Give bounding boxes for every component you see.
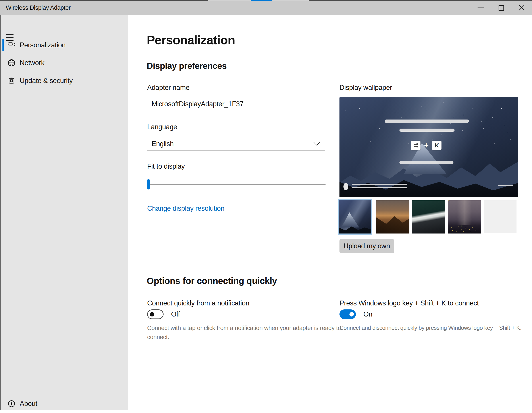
overlay-text-line	[498, 185, 513, 186]
windows-key	[411, 141, 420, 150]
sidebar-item-update-security[interactable]: Update & security	[1, 74, 128, 88]
shortcut-toggle-label: Press Windows logo key + Shift + K to co…	[340, 299, 479, 307]
adapter-name-label: Adapter name	[147, 84, 190, 92]
sidebar-item-about[interactable]: About	[1, 397, 128, 411]
wallpaper-thumbnail-starry-mountain-selected[interactable]	[338, 199, 372, 235]
options-heading: Options for connecting quickly	[147, 276, 277, 286]
notification-toggle-state: Off	[171, 309, 180, 319]
k-key-label: K	[435, 142, 439, 149]
shortcut-toggle-description: Connect and disconnect quickly by pressi…	[340, 324, 521, 332]
maximize-icon	[499, 5, 504, 11]
upload-my-own-button[interactable]: Upload my own	[340, 239, 394, 253]
display-preferences-heading: Display preferences	[147, 61, 227, 71]
main-content: Personalization Display preferences Adap…	[128, 15, 532, 410]
sidebar: Personalization Network Update & securit…	[0, 15, 128, 410]
overlay-text-bar	[399, 129, 455, 132]
sidebar-item-label: Personalization	[20, 41, 66, 49]
overlay-text-bar	[385, 120, 469, 123]
fit-to-display-slider-track[interactable]	[147, 184, 325, 185]
window-bottom-edge	[0, 410, 532, 413]
notification-toggle[interactable]	[147, 309, 163, 319]
language-label: Language	[147, 123, 177, 131]
overlay-avatar	[343, 183, 348, 190]
sidebar-item-network[interactable]: Network	[1, 56, 128, 70]
wallpaper-thumbnail-blank[interactable]	[484, 200, 516, 233]
sidebar-item-label: About	[20, 400, 38, 408]
minimize-button[interactable]	[473, 1, 489, 15]
close-icon	[518, 4, 525, 11]
title-bar: Wireless Display Adapter	[0, 1, 532, 15]
info-icon	[7, 400, 16, 408]
minimize-icon	[478, 8, 484, 8]
toggle-knob	[349, 312, 354, 317]
shortcut-toggle[interactable]	[340, 309, 356, 319]
chevron-down-icon	[313, 142, 320, 146]
hamburger-icon	[6, 34, 13, 35]
overlay-text-line	[352, 187, 407, 188]
overlay-text-bar	[399, 161, 453, 164]
change-resolution-link[interactable]: Change display resolution	[147, 204, 224, 212]
language-select[interactable]: English	[147, 137, 325, 151]
overlay-text-line	[352, 184, 407, 185]
windows-logo-icon	[413, 143, 418, 148]
plus-sign: +	[424, 141, 429, 150]
paint-roller-icon	[7, 41, 16, 49]
page-title: Personalization	[147, 33, 235, 47]
wallpaper-thumbnail-sunset-valley[interactable]	[376, 200, 409, 233]
wallpaper-thumbnail-night-sky-city[interactable]	[448, 200, 481, 233]
shortcut-toggle-state: On	[363, 309, 372, 319]
shortcut-keys-overlay: + K	[411, 141, 441, 150]
display-wallpaper-label: Display wallpaper	[340, 84, 392, 92]
maximize-button[interactable]	[494, 1, 509, 15]
language-selected-value: English	[152, 140, 174, 148]
notification-toggle-label: Connect quickly from a notification	[147, 299, 249, 307]
stars	[340, 97, 340, 98]
fit-to-display-slider-thumb[interactable]	[147, 179, 150, 190]
fit-to-display-label: Fit to display	[147, 163, 185, 170]
chip-icon	[7, 77, 16, 85]
wallpaper-preview: + K	[340, 97, 518, 197]
sidebar-item-personalization[interactable]: Personalization	[1, 38, 128, 52]
sidebar-item-label: Network	[20, 59, 45, 67]
k-key: K	[432, 141, 441, 150]
close-button[interactable]	[514, 1, 529, 15]
app-window: { "window": { "title": "Wireless Display…	[0, 0, 532, 413]
toggle-knob	[150, 312, 154, 317]
sidebar-item-label: Update & security	[20, 77, 73, 85]
selection-accent-bar	[2, 39, 4, 51]
wallpaper-thumbnail-ocean-wave[interactable]	[412, 200, 445, 233]
window-title: Wireless Display Adapter	[6, 4, 71, 11]
notification-toggle-description: Connect with a tap or click from a notif…	[147, 324, 364, 342]
adapter-name-input[interactable]	[147, 97, 325, 111]
globe-icon	[7, 59, 16, 67]
